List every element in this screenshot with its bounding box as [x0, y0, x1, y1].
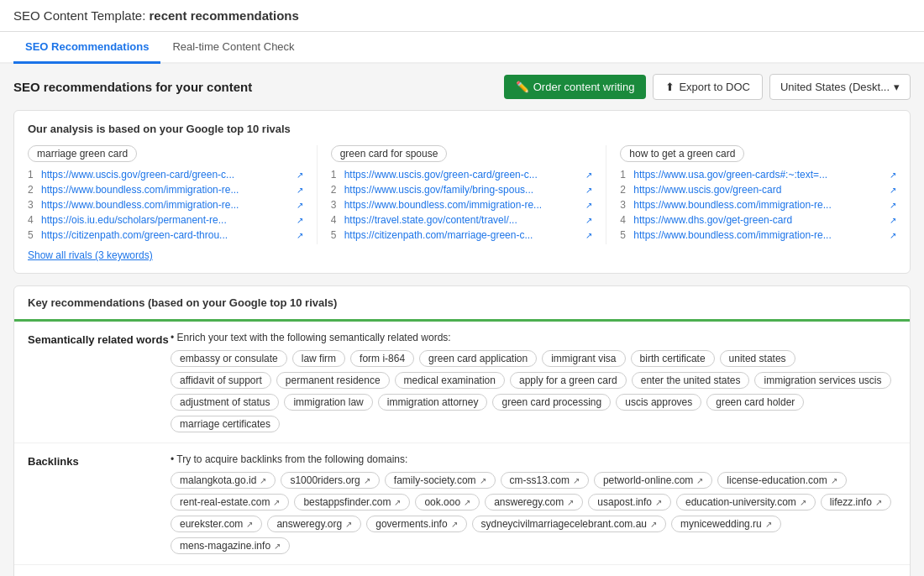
external-link-icon: ↗: [260, 476, 266, 485]
backlink-domain-tag[interactable]: license-education.com↗: [717, 472, 846, 489]
rival-item: 5https://www.boundless.com/immigration-r…: [620, 229, 896, 241]
semantic-tag[interactable]: immigration attorney: [378, 394, 488, 411]
rival-link[interactable]: https://www.uscis.gov/green-card/green-c…: [344, 169, 583, 181]
rival-link[interactable]: https://citizenpath.com/marriage-green-c…: [344, 229, 583, 241]
semantic-tag[interactable]: law firm: [292, 350, 345, 367]
rival-link[interactable]: https://ois.iu.edu/scholars/permanent-re…: [41, 214, 293, 226]
rival-link[interactable]: https://www.boundless.com/immigration-re…: [41, 184, 293, 196]
backlink-domain-tag[interactable]: usapost.info↗: [588, 494, 671, 511]
domain-label: license-education.com: [727, 474, 827, 486]
rival-item: 1https://www.uscis.gov/green-card/green-…: [331, 169, 593, 181]
external-link-icon: ↗: [890, 231, 896, 240]
order-content-button[interactable]: ✏️ Order content writing: [504, 75, 647, 99]
external-link-icon: ↗: [297, 231, 303, 240]
semantic-tag[interactable]: marriage certificates: [171, 416, 280, 432]
backlink-domain-tag[interactable]: malangkota.go.id↗: [171, 472, 276, 489]
domain-label: cm-ss13.com: [510, 474, 570, 486]
external-link-icon: ↗: [650, 520, 657, 529]
semantic-tag[interactable]: immigration law: [284, 394, 372, 411]
external-link-icon: ↗: [345, 520, 352, 529]
semantic-tag[interactable]: enter the united states: [632, 372, 750, 389]
semantic-tag[interactable]: adjustment of status: [171, 394, 279, 411]
external-link-icon: ↗: [297, 201, 303, 210]
domain-label: mens-magazine.info: [180, 540, 270, 552]
semantic-tag[interactable]: embassy or consulate: [171, 350, 287, 367]
semantic-tag[interactable]: affidavit of support: [171, 372, 271, 389]
backlink-domain-tag[interactable]: mynicewedding.ru↗: [671, 516, 781, 532]
external-link-icon: ↗: [585, 170, 592, 180]
rival-link[interactable]: https://www.uscis.gov/green-card/green-c…: [41, 169, 293, 181]
top-row-actions: ✏️ Order content writing ⬆ Export to DOC…: [504, 74, 911, 100]
backlink-domain-tag[interactable]: eurekster.com↗: [171, 516, 262, 532]
export-doc-button[interactable]: ⬆ Export to DOC: [653, 74, 763, 100]
domain-label: mynicewedding.ru: [680, 518, 762, 530]
backlink-domain-tag[interactable]: cm-ss13.com↗: [501, 472, 589, 489]
backlink-domain-tag[interactable]: lifezz.info↗: [821, 494, 891, 511]
rec-content-semantic: • Enrich your text with the following se…: [171, 332, 896, 432]
header-bar: SEO Content Template: recent recommendat…: [0, 0, 924, 32]
backlink-domain-tag[interactable]: sydneycivilmarriagecelebrant.com.au↗: [472, 516, 666, 532]
domain-label: eurekster.com: [180, 518, 243, 530]
backlink-domain-tag[interactable]: mens-magazine.info↗: [171, 537, 290, 554]
backlink-domain-tag[interactable]: rent-real-estate.com↗: [171, 494, 289, 511]
backlink-domain-tag[interactable]: answeregy.org↗: [267, 516, 361, 532]
external-link-icon: ↗: [273, 498, 280, 507]
rival-link[interactable]: https://www.boundless.com/immigration-re…: [633, 199, 886, 211]
external-link-icon: ↗: [246, 520, 253, 529]
external-link-icon: ↗: [890, 216, 896, 225]
backlink-domain-tag[interactable]: ook.ooo↗: [415, 494, 480, 511]
external-link-icon: ↗: [696, 476, 703, 485]
external-link-icon: ↗: [765, 520, 772, 529]
rec-row-readability: Readability • Average readability score …: [14, 565, 910, 576]
tab-realtime-check[interactable]: Real-time Content Check: [160, 32, 306, 64]
domain-label: answeregy.org: [276, 518, 342, 530]
backlink-domain-tag[interactable]: bestappsfinder.com↗: [294, 494, 410, 511]
semantic-tag[interactable]: united states: [720, 350, 795, 367]
semantic-tag[interactable]: apply for a green card: [510, 372, 627, 389]
backlink-domain-tag[interactable]: goverments.info↗: [366, 516, 466, 532]
semantic-tag[interactable]: immigration services uscis: [754, 372, 890, 389]
rival-link[interactable]: https://www.boundless.com/immigration-re…: [344, 199, 583, 211]
show-all-rivals-link[interactable]: Show all rivals (3 keywords): [28, 249, 153, 261]
rival-link[interactable]: https://citizenpath.com/green-card-throu…: [41, 229, 293, 241]
semantic-tag[interactable]: green card application: [419, 350, 537, 367]
external-link-icon: ↗: [480, 476, 486, 485]
domain-label: education-university.com: [685, 496, 796, 508]
domain-label: usapost.info: [597, 496, 652, 508]
rec-intro-semantic: • Enrich your text with the following se…: [171, 332, 896, 343]
backlink-domain-tag[interactable]: education-university.com↗: [676, 494, 816, 511]
backlink-domain-tag[interactable]: petworld-online.com↗: [594, 472, 712, 489]
region-dropdown[interactable]: United States (Deskt... ▾: [769, 74, 911, 100]
keyword-badge-3: how to get a green card: [620, 145, 744, 162]
semantic-tag[interactable]: medical examination: [395, 372, 505, 389]
semantic-tag[interactable]: green card holder: [706, 394, 804, 411]
semantic-tag[interactable]: immigrant visa: [542, 350, 625, 367]
key-recommendations-card: Key recommendations (based on your Googl…: [13, 285, 911, 576]
rival-link[interactable]: https://www.uscis.gov/green-card: [633, 184, 886, 196]
backlink-domain-tag[interactable]: family-society.com↗: [385, 472, 496, 489]
domain-label: malangkota.go.id: [180, 474, 256, 486]
backlink-domain-tag[interactable]: answeregy.com↗: [485, 494, 583, 511]
rival-item: 4https://www.dhs.gov/get-green-card↗: [620, 214, 896, 226]
rec-intro-backlinks: • Try to acquire backlinks from the foll…: [171, 453, 896, 465]
rival-link[interactable]: https://www.dhs.gov/get-green-card: [633, 214, 886, 226]
semantic-tag[interactable]: form i-864: [350, 350, 414, 367]
rival-link[interactable]: https://www.uscis.gov/family/bring-spous…: [344, 184, 583, 196]
external-link-icon: ↗: [585, 186, 592, 195]
backlink-domain-tag[interactable]: s1000riders.org↗: [281, 472, 379, 489]
keyword-badge-1: marriage green card: [28, 145, 137, 162]
rival-link[interactable]: https://travel.state.gov/content/travel/…: [344, 214, 583, 226]
top-row: SEO recommendations for your content ✏️ …: [13, 74, 911, 100]
semantic-tag[interactable]: green card processing: [492, 394, 611, 411]
tab-seo-recommendations[interactable]: SEO Recommendations: [13, 32, 160, 64]
rival-link[interactable]: https://www.boundless.com/immigration-re…: [41, 199, 293, 211]
domain-label: lifezz.info: [830, 496, 872, 508]
external-link-icon: ↗: [297, 216, 303, 225]
semantic-tag[interactable]: permanent residence: [276, 372, 390, 389]
semantic-tag[interactable]: birth certificate: [631, 350, 715, 367]
external-link-icon: ↗: [464, 498, 470, 507]
rival-link[interactable]: https://www.usa.gov/green-cards#:~:text=…: [633, 169, 886, 181]
rival-link[interactable]: https://www.boundless.com/immigration-re…: [633, 229, 886, 241]
semantic-tag[interactable]: uscis approves: [616, 394, 701, 411]
rival-item: 1https://www.usa.gov/green-cards#:~:text…: [620, 169, 896, 181]
